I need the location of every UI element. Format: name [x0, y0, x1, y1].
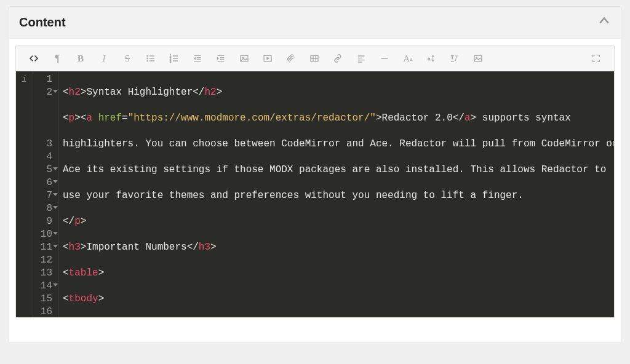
ordered-list-button[interactable]: 123	[162, 46, 186, 71]
indent-button[interactable]	[209, 46, 233, 71]
fullscreen-button[interactable]	[584, 46, 608, 71]
hr-button[interactable]	[373, 46, 396, 71]
svg-text:a: a	[428, 56, 431, 61]
panel-header: Content	[9, 7, 621, 38]
outdent-button[interactable]	[186, 46, 209, 71]
link-button[interactable]	[326, 46, 349, 71]
panel-body: ¶ B I S 123	[9, 38, 621, 342]
lineheight-button[interactable]: a	[420, 46, 443, 71]
editor: ¶ B I S 123	[15, 45, 615, 318]
italic-button[interactable]: I	[92, 46, 116, 71]
clear-format-button[interactable]: T	[443, 46, 466, 71]
code-editor[interactable]: i 1234567891011121314151617 <h2>Syntax H…	[16, 71, 614, 317]
line-gutter: 1234567891011121314151617	[33, 71, 59, 317]
content-panel: Content ¶ B I S 123	[9, 6, 621, 343]
svg-point-1	[147, 58, 148, 59]
svg-text:3: 3	[170, 60, 172, 63]
code-content[interactable]: <h2>Syntax Highlighter</h2> <p><a href="…	[59, 71, 614, 317]
video-button[interactable]	[256, 46, 279, 71]
svg-point-0	[147, 55, 148, 57]
svg-text:T: T	[451, 55, 454, 60]
unordered-list-button[interactable]	[139, 46, 162, 71]
media-button[interactable]	[466, 46, 490, 71]
info-gutter: i	[16, 71, 33, 317]
editor-toolbar: ¶ B I S 123	[16, 46, 614, 71]
table-button[interactable]	[303, 46, 326, 71]
paragraph-button[interactable]: ¶	[46, 46, 69, 71]
collapse-toggle[interactable]	[599, 15, 610, 30]
panel-title: Content	[19, 15, 66, 30]
align-button[interactable]	[349, 46, 373, 71]
source-code-button[interactable]	[22, 46, 46, 71]
bold-button[interactable]: B	[69, 46, 92, 71]
image-button[interactable]	[233, 46, 256, 71]
strike-button[interactable]: S	[116, 46, 139, 71]
fontsize-button[interactable]: Aa	[396, 46, 420, 71]
file-button[interactable]	[279, 46, 303, 71]
svg-point-2	[147, 60, 148, 61]
